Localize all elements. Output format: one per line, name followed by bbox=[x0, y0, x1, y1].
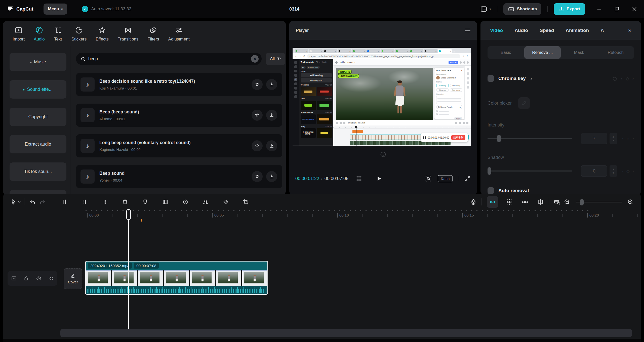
maximize-button[interactable] bbox=[614, 6, 620, 12]
preview-axis-button[interactable] bbox=[504, 197, 514, 207]
favorite-button[interactable] bbox=[252, 171, 263, 182]
timeline-scrollbar[interactable] bbox=[60, 329, 632, 337]
chroma-key-checkbox[interactable] bbox=[488, 75, 494, 82]
lock-track-icon[interactable] bbox=[23, 275, 29, 281]
shadow-value[interactable]: 0 bbox=[581, 165, 607, 177]
tab-transitions[interactable]: Transitions bbox=[118, 26, 139, 42]
tab-import[interactable]: Import bbox=[13, 26, 25, 42]
subtab-basic[interactable]: Basic bbox=[488, 46, 524, 59]
subtab-retouch[interactable]: Retouch bbox=[597, 46, 634, 59]
play-button[interactable] bbox=[375, 175, 383, 182]
cover-button[interactable]: Cover bbox=[64, 268, 82, 289]
next-keyframe-icon[interactable]: › bbox=[632, 76, 634, 81]
mute-track-icon[interactable] bbox=[48, 275, 54, 281]
next-keyframe-icon[interactable]: › bbox=[633, 136, 634, 141]
download-button[interactable] bbox=[266, 110, 277, 121]
favorite-button[interactable] bbox=[252, 140, 263, 151]
delete-right-button[interactable] bbox=[100, 197, 110, 207]
tab-effects[interactable]: Effects bbox=[96, 26, 109, 42]
minimize-button[interactable] bbox=[596, 6, 602, 12]
menu-button[interactable]: Menu ▾ bbox=[44, 4, 67, 15]
zoom-out-button[interactable] bbox=[562, 197, 572, 207]
delete-left-button[interactable] bbox=[80, 197, 90, 207]
sidebar-item-extractaudio[interactable]: Extract audio bbox=[10, 135, 66, 153]
redo-button[interactable] bbox=[37, 197, 48, 207]
auto-snap-toggle[interactable] bbox=[487, 196, 498, 208]
inspector-tab-audio[interactable]: Audio bbox=[514, 28, 528, 33]
sidebar-item-tiktoksoun[interactable]: TikTok soun... bbox=[10, 162, 66, 181]
timeline-zoom-slider[interactable] bbox=[576, 202, 622, 202]
mask-button[interactable] bbox=[140, 197, 150, 207]
inspector-tab-speed[interactable]: Speed bbox=[540, 28, 554, 33]
eyedropper-button[interactable] bbox=[518, 97, 530, 109]
shadow-slider-thumb[interactable] bbox=[488, 167, 491, 175]
add-keyframe-icon[interactable]: ◇ bbox=[626, 136, 629, 141]
playhead-handle[interactable] bbox=[126, 209, 131, 220]
tab-stickers[interactable]: Stickers bbox=[71, 26, 87, 42]
prev-keyframe-icon[interactable]: ‹ bbox=[622, 136, 623, 141]
prev-keyframe-icon[interactable]: ‹ bbox=[621, 76, 622, 81]
crop-button[interactable] bbox=[241, 197, 251, 207]
sound-item[interactable]: ♪Beep soundYoheii · 00:04 bbox=[76, 165, 282, 188]
undo-button[interactable] bbox=[27, 197, 37, 207]
sidebar-item-soundeffe[interactable]: ▸Sound effe... bbox=[10, 80, 66, 99]
add-keyframe-icon[interactable]: ◇ bbox=[626, 169, 629, 174]
export-button[interactable]: Export bbox=[554, 3, 585, 15]
clear-search-button[interactable]: ✕ bbox=[251, 55, 259, 63]
main-track-icon[interactable] bbox=[11, 275, 17, 281]
hide-track-icon[interactable] bbox=[36, 275, 42, 281]
timeline-scale-button[interactable] bbox=[552, 197, 562, 207]
sidebar-item-music[interactable]: ▸Music bbox=[10, 53, 66, 71]
tab-audio[interactable]: Audio bbox=[34, 26, 45, 42]
chevron-down-icon[interactable] bbox=[18, 200, 21, 203]
zoom-in-button[interactable] bbox=[625, 197, 635, 207]
filter-button[interactable]: All bbox=[266, 53, 285, 65]
intensity-stepper[interactable]: ▲▼ bbox=[610, 133, 617, 144]
sound-item[interactable]: ♪Long beep sound (voluntary control soun… bbox=[76, 134, 282, 157]
frame-view-icon[interactable] bbox=[355, 175, 363, 183]
prev-keyframe-icon[interactable]: ‹ bbox=[622, 169, 623, 173]
tab-adjustment[interactable]: Adjustment bbox=[168, 26, 190, 42]
inspector-tab-animation[interactable]: Animation bbox=[566, 28, 589, 33]
video-preview-canvas[interactable]: ×××××××××××+ ← → ⟳ capcut.com/editor/305… bbox=[293, 48, 471, 146]
subtab-remove[interactable]: Remove ... bbox=[524, 46, 561, 59]
inspector-tab-video[interactable]: Video bbox=[490, 28, 503, 33]
more-tabs-icon[interactable]: » bbox=[628, 27, 631, 34]
delete-button[interactable] bbox=[120, 197, 130, 207]
video-clip[interactable]: 20240201-150352.mp4 00:00:07:08 bbox=[85, 261, 268, 295]
auto-removal-checkbox[interactable] bbox=[488, 187, 494, 194]
search-input[interactable]: beep ✕ bbox=[76, 53, 262, 65]
collapse-icon[interactable]: ▲ bbox=[530, 77, 533, 80]
tab-text[interactable]: Text bbox=[54, 26, 62, 42]
subtab-mask[interactable]: Mask bbox=[561, 46, 597, 59]
favorite-button[interactable] bbox=[252, 79, 263, 90]
add-keyframe-icon[interactable]: ◇ bbox=[626, 76, 629, 81]
shadow-slider[interactable] bbox=[488, 170, 572, 172]
shortcuts-button[interactable]: Shortcuts bbox=[503, 3, 541, 15]
split-view-button[interactable] bbox=[536, 197, 546, 207]
fullscreen-icon[interactable] bbox=[464, 175, 471, 182]
select-tool-button[interactable] bbox=[9, 197, 19, 207]
intensity-value[interactable]: 7 bbox=[581, 133, 607, 144]
layout-switcher-button[interactable]: ▾ bbox=[480, 5, 491, 13]
playhead-line[interactable] bbox=[128, 220, 129, 329]
sidebar-item-copyright[interactable]: Copyright bbox=[10, 108, 66, 126]
favorite-button[interactable] bbox=[252, 110, 263, 121]
shadow-stepper[interactable]: ▲▼ bbox=[610, 165, 617, 177]
sound-item[interactable]: ♪Beep (beep sound)Ai-tomo · 00:01 bbox=[76, 104, 282, 127]
reset-icon[interactable] bbox=[612, 76, 618, 81]
overlay-button[interactable] bbox=[160, 197, 170, 207]
rotate-button[interactable] bbox=[221, 197, 231, 207]
ratio-button[interactable]: Ratio bbox=[438, 175, 453, 182]
player-menu-icon[interactable] bbox=[465, 29, 470, 32]
next-keyframe-icon[interactable]: › bbox=[633, 169, 634, 173]
link-button[interactable] bbox=[520, 197, 530, 207]
tab-filters[interactable]: Filters bbox=[147, 26, 159, 42]
close-button[interactable] bbox=[631, 6, 637, 12]
mirror-button[interactable] bbox=[200, 197, 211, 207]
voiceover-button[interactable] bbox=[468, 197, 478, 207]
timeline-ruler[interactable]: 00:0000:0500:1000:1500:20 bbox=[3, 210, 641, 220]
sound-item[interactable]: ♪Beep decision sound like a retro toy(13… bbox=[76, 73, 282, 96]
speed-button[interactable] bbox=[180, 197, 190, 207]
preview-quality-icon[interactable] bbox=[425, 175, 432, 182]
